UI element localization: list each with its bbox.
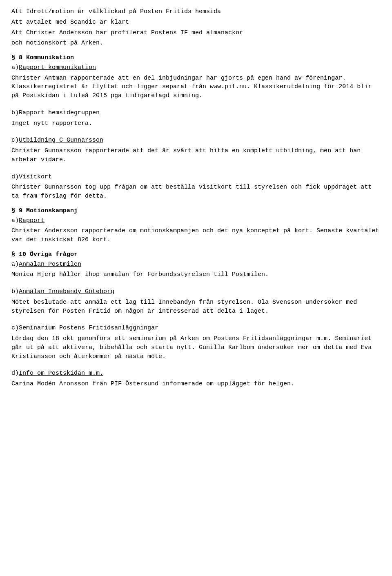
section-10a-label: a)Anmälan Postmilen [11, 260, 381, 269]
section-9a-label-underlined: Rapport [19, 217, 45, 224]
section-8d-label-underlined: Visitkort [19, 173, 52, 180]
section-10c-text: Lördag den 18 okt genomförs ett seminari… [11, 334, 381, 361]
section-8a-text: Christer Antman rapporterade att en del … [11, 74, 381, 100]
section-10c: c)Seminarium Postens Fritidsanläggningar… [11, 324, 381, 361]
section-8b-label: b)Rapport hemsidegruppen [11, 109, 381, 118]
section-8-heading: § 8 Kommunikation [11, 53, 381, 62]
section-9: § 9 Motionskampanj a)Rapport Christer An… [11, 207, 381, 245]
section-10d-label: d)Info om Postskidan m.m. [11, 369, 381, 378]
section-8c-text: Christer Gunnarsson rapporterade att det… [11, 147, 381, 165]
section-10a-label-underlined: Anmälan Postmilen [19, 261, 81, 268]
section-8: § 8 Kommunikation a)Rapport kommunikatio… [11, 53, 381, 201]
section-8b: b)Rapport hemsidegruppen Inget nytt rapp… [11, 109, 381, 128]
intro-line-2: Att avtalet med Scandic är klart [11, 18, 381, 27]
section-8d-text: Christer Gunnarsson tog upp frågan om at… [11, 183, 381, 201]
section-9a: a)Rapport Christer Andersson rapporterad… [11, 216, 381, 245]
section-8a-label-underlined: Rapport kommunikation [19, 64, 96, 71]
section-8a: a)Rapport kommunikation Christer Antman … [11, 63, 381, 100]
section-8c-label-underlined: Utbildning C Gunnarsson [19, 137, 103, 144]
section-10b-text: Mötet beslutade att anmäla ett lag till … [11, 298, 381, 316]
section-10b-label-underlined: Anmälan Innebandy Göteborg [19, 288, 114, 295]
section-8c-label: c)Utbildning C Gunnarsson [11, 136, 381, 145]
section-8d: d)Visitkort Christer Gunnarsson tog upp … [11, 173, 381, 201]
section-10a: a)Anmälan Postmilen Monica Hjerp håller … [11, 260, 381, 280]
intro-line-3: Att Christer Andersson har profilerat Po… [11, 29, 381, 38]
section-10: § 10 Övriga frågor a)Anmälan Postmilen M… [11, 250, 381, 389]
intro-line-1: Att Idrott/motion är välklickad på Poste… [11, 7, 381, 16]
section-8c: c)Utbildning C Gunnarsson Christer Gunna… [11, 136, 381, 164]
section-10d-text: Carina Modén Aronsson från PIF Östersund… [11, 380, 381, 389]
section-8b-label-underlined: Rapport hemsidegruppen [19, 109, 100, 116]
document-content: Att Idrott/motion är välklickad på Poste… [11, 7, 381, 389]
section-10b: b)Anmälan Innebandy Göteborg Mötet beslu… [11, 287, 381, 316]
section-10b-label: b)Anmälan Innebandy Göteborg [11, 287, 381, 296]
section-10-heading: § 10 Övriga frågor [11, 250, 381, 259]
intro-line-4: och motionskort på Arken. [11, 39, 381, 48]
section-10d-label-underlined: Info om Postskidan m.m. [19, 370, 103, 377]
section-9a-label: a)Rapport [11, 216, 381, 225]
section-8a-label: a)Rapport kommunikation [11, 63, 381, 72]
section-8d-label: d)Visitkort [11, 173, 381, 182]
section-10c-label-underlined: Seminarium Postens Fritidsanläggningar [19, 325, 158, 331]
section-8b-text: Inget nytt rapportera. [11, 119, 381, 128]
section-9a-text: Christer Andersson rapporterade om motio… [11, 227, 381, 245]
intro-block: Att Idrott/motion är välklickad på Poste… [11, 7, 381, 48]
section-9-heading: § 9 Motionskampanj [11, 207, 381, 216]
section-10c-label: c)Seminarium Postens Fritidsanläggningar [11, 324, 381, 333]
section-10d: d)Info om Postskidan m.m. Carina Modén A… [11, 369, 381, 389]
section-10a-text: Monica Hjerp håller ihop anmälan för För… [11, 270, 381, 279]
